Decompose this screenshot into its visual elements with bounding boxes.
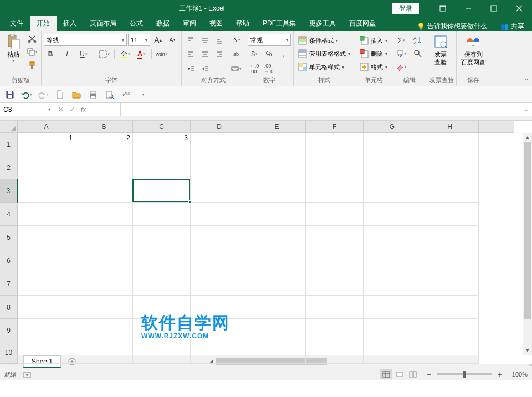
cell-E1[interactable] (248, 133, 306, 156)
font-size-combo[interactable]: 11▾ (128, 34, 150, 46)
font-name-combo[interactable]: 等线▾ (44, 34, 127, 46)
cell-F3[interactable] (306, 179, 364, 203)
insert-cells-button[interactable]: 插入▾ (357, 34, 390, 47)
tab-file[interactable]: 文件 (3, 16, 30, 31)
cell-C1[interactable]: 3 (133, 133, 191, 156)
cell-E5[interactable] (248, 226, 306, 249)
orientation-button[interactable]: ⤡ (229, 34, 243, 46)
cell-F8[interactable] (306, 296, 364, 319)
cell-D5[interactable] (191, 226, 248, 249)
cell-G3[interactable] (364, 179, 421, 203)
cell-H8[interactable] (421, 296, 479, 319)
cell-H9[interactable] (421, 319, 479, 342)
open-button[interactable] (71, 89, 82, 100)
cell-H7[interactable] (421, 272, 479, 296)
font-color-button[interactable]: A (135, 48, 148, 60)
cell-C5[interactable] (133, 226, 191, 249)
fill-button[interactable] (395, 48, 408, 60)
cell-E4[interactable] (248, 203, 306, 226)
cell-H5[interactable] (421, 226, 479, 249)
cell-E10[interactable] (248, 342, 306, 364)
increase-font-button[interactable]: A▴ (151, 34, 165, 46)
zoom-in-button[interactable]: + (495, 370, 504, 379)
find-select-button[interactable] (411, 48, 424, 60)
cell-D10[interactable] (191, 342, 248, 364)
row-header-2[interactable]: 2 (0, 156, 18, 179)
tab-home[interactable]: 开始 (30, 16, 57, 31)
cell-D2[interactable] (191, 156, 248, 179)
cell-A3[interactable] (18, 179, 75, 203)
cell-D8[interactable] (191, 296, 248, 319)
undo-button[interactable] (21, 89, 32, 100)
format-cells-button[interactable]: 格式▾ (357, 61, 390, 73)
cell-A4[interactable] (18, 203, 75, 226)
tab-page-layout[interactable]: 页面布局 (83, 16, 123, 31)
cell-E8[interactable] (248, 296, 306, 319)
cell-A9[interactable] (18, 319, 75, 342)
cancel-formula-button[interactable]: ✕ (58, 105, 64, 114)
copy-button[interactable] (25, 46, 39, 58)
align-top-button[interactable] (184, 34, 197, 46)
cell-D6[interactable] (191, 249, 248, 272)
macro-record-button[interactable] (23, 370, 31, 378)
cell-F10[interactable] (306, 342, 364, 364)
normal-view-button[interactable] (380, 369, 392, 379)
tab-insert[interactable]: 插入 (57, 16, 83, 31)
delete-cells-button[interactable]: 删除▾ (357, 48, 390, 60)
cell-B2[interactable] (75, 156, 133, 179)
cell-F9[interactable] (306, 319, 364, 342)
login-button[interactable]: 登录 (392, 3, 419, 14)
cell-G1[interactable] (364, 133, 421, 156)
align-middle-button[interactable] (198, 34, 212, 46)
enter-formula-button[interactable]: ✓ (69, 105, 75, 114)
zoom-slider[interactable] (437, 373, 492, 375)
bold-button[interactable]: B (44, 48, 57, 60)
cell-H4[interactable] (421, 203, 479, 226)
zoom-level[interactable]: 100% (512, 371, 528, 378)
cell-F1[interactable] (306, 133, 364, 156)
cell-B10[interactable] (75, 342, 133, 364)
cell-A2[interactable] (18, 156, 75, 179)
close-button[interactable] (507, 0, 532, 17)
cell-H2[interactable] (421, 156, 479, 179)
cell-D9[interactable] (191, 319, 248, 342)
ribbon-display-options[interactable] (430, 0, 456, 17)
quick-print-button[interactable] (88, 89, 99, 100)
column-header-F[interactable]: F (306, 121, 364, 133)
row-header-10[interactable]: 10 (0, 342, 18, 364)
italic-button[interactable]: I (60, 48, 74, 60)
cell-D1[interactable] (191, 133, 248, 156)
decrease-indent-button[interactable] (184, 63, 197, 75)
cell-B5[interactable] (75, 226, 133, 249)
insert-function-button[interactable]: fx (81, 106, 86, 114)
cell-F5[interactable] (306, 226, 364, 249)
cell-B4[interactable] (75, 203, 133, 226)
cell-D7[interactable] (191, 272, 248, 296)
save-baidu-button[interactable]: 保存到 百度网盘 (459, 33, 488, 67)
cell-C8[interactable] (133, 296, 191, 319)
cell-C7[interactable] (133, 272, 191, 296)
tab-review[interactable]: 审阅 (176, 16, 203, 31)
cell-E3[interactable] (248, 179, 306, 203)
cell-B8[interactable] (75, 296, 133, 319)
scroll-down-button[interactable]: ▼ (523, 346, 532, 355)
row-header-8[interactable]: 8 (0, 296, 18, 319)
align-center-button[interactable] (198, 48, 212, 60)
percent-button[interactable]: % (262, 48, 275, 60)
cell-C10[interactable] (133, 342, 191, 364)
cell-C4[interactable] (133, 203, 191, 226)
cell-C6[interactable] (133, 249, 191, 272)
cell-G9[interactable] (364, 319, 421, 342)
align-right-button[interactable] (213, 48, 226, 60)
cell-A7[interactable] (18, 272, 75, 296)
cell-F6[interactable] (306, 249, 364, 272)
autosum-button[interactable]: Σ (395, 34, 408, 47)
paste-button[interactable]: 粘贴 ▾ (2, 33, 24, 64)
tab-baidu-pan[interactable]: 百度网盘 (342, 16, 382, 31)
column-header-E[interactable]: E (248, 121, 306, 133)
border-button[interactable] (98, 48, 111, 60)
row-header-5[interactable]: 5 (0, 226, 18, 249)
column-header-A[interactable]: A (18, 121, 75, 133)
format-as-table-button[interactable]: 套用表格格式▾ (296, 48, 352, 60)
formula-input[interactable] (121, 103, 521, 116)
